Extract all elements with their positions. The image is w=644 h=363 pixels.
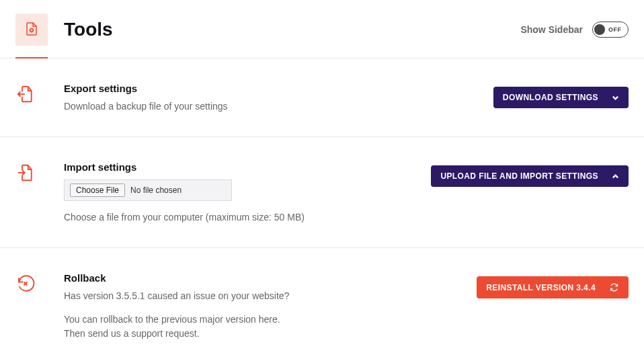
rollback-line2: You can rollback to the previous major v… — [64, 314, 280, 325]
choose-file-button[interactable]: Choose File — [70, 184, 125, 197]
gear-document-icon — [24, 21, 40, 39]
toggle-state-text: OFF — [608, 26, 622, 33]
sidebar-toggle[interactable]: OFF — [592, 22, 629, 38]
export-title: Export settings — [64, 83, 480, 94]
page-header: Tools Show Sidebar OFF — [0, 0, 644, 58]
export-icon — [15, 83, 48, 104]
download-settings-button-label: Download Settings — [503, 93, 598, 102]
chevron-up-icon — [612, 173, 619, 180]
import-body: Import settings Choose File No file chos… — [64, 161, 417, 225]
toggle-knob — [594, 24, 605, 35]
rollback-description: Has version 3.5.5.1 caused an issue on y… — [64, 289, 463, 341]
rollback-line3: Then send us a support request. — [64, 328, 200, 339]
rollback-icon — [15, 272, 48, 294]
page-icon-box — [15, 13, 48, 46]
import-icon — [15, 161, 48, 183]
rollback-title: Rollback — [64, 272, 463, 284]
reinstall-version-button-label: Reinstall version 3.4.4 — [486, 283, 596, 292]
rollback-body: Rollback Has version 3.5.5.1 caused an i… — [64, 272, 463, 341]
refresh-icon — [609, 282, 619, 292]
file-status-text: No file chosen — [130, 186, 182, 195]
export-section: Export settings Download a backup file o… — [0, 58, 644, 137]
upload-import-button[interactable]: Upload file and import settings — [431, 165, 629, 187]
file-input[interactable]: Choose File No file chosen — [64, 179, 232, 201]
sidebar-toggle-label: Show Sidebar — [520, 24, 583, 35]
import-title: Import settings — [64, 161, 417, 173]
sidebar-toggle-group: Show Sidebar OFF — [520, 22, 629, 38]
reinstall-version-button[interactable]: Reinstall version 3.4.4 — [477, 276, 629, 298]
upload-import-button-label: Upload file and import settings — [440, 171, 598, 181]
rollback-line1: Has version 3.5.5.1 caused an issue on y… — [64, 289, 463, 303]
download-settings-button[interactable]: Download Settings — [493, 87, 629, 108]
page-title: Tools — [64, 19, 520, 40]
export-description: Download a backup file of your settings — [64, 99, 480, 114]
chevron-down-icon — [612, 94, 619, 102]
export-body: Export settings Download a backup file o… — [64, 83, 480, 114]
import-section: Import settings Choose File No file chos… — [0, 137, 644, 248]
rollback-section: Rollback Has version 3.5.5.1 caused an i… — [0, 248, 644, 363]
import-description: Choose a file from your computer (maximu… — [64, 210, 417, 225]
